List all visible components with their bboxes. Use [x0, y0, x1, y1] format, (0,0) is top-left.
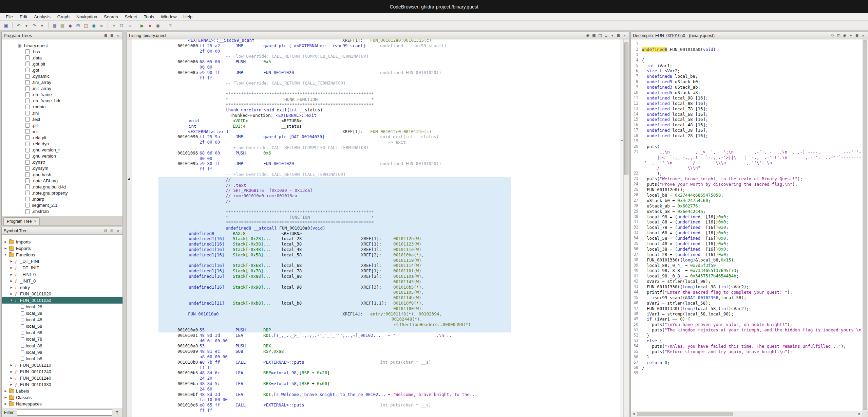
expand-arrow-icon[interactable]: ▶ — [4, 247, 7, 250]
decompile-hscroll-thumb[interactable] — [637, 412, 733, 416]
listing-line[interactable]: ff ff — [127, 407, 615, 413]
listing-line[interactable]: undefined1[16]Stack[-0x48]...local_48XRE… — [127, 247, 615, 252]
tree-item-interp[interactable]: .interp — [2, 196, 122, 202]
tree-item-fun-00101240[interactable]: ▶ƒFUN_00101240 — [2, 368, 122, 375]
decompile-line[interactable]: 39 local_88._0_4_ = 0x7d5f3f59; — [631, 263, 862, 268]
listing-line[interactable]: 00101080ff 25 a2JMPqword ptr [-><EXTERNA… — [127, 43, 615, 48]
listing-line[interactable]: 001010b0e8 7b ffCALL<EXTERNAL>::putsint … — [127, 359, 615, 365]
tree-item-fini-array[interactable]: .fini_array — [2, 79, 122, 86]
tree-item-segment-2-1[interactable]: segment_2.1 — [2, 202, 122, 208]
tree-item-labels[interactable]: ▶Labels — [2, 388, 122, 394]
decompile-line[interactable]: 33 local_68 = (undefined [16])0x0; — [631, 230, 862, 236]
expand-arrow-icon[interactable]: ▶ — [4, 396, 7, 399]
listing-line[interactable]: ****************************************… — [127, 220, 615, 225]
menu-file[interactable]: File — [3, 14, 16, 20]
tree-item-fini-0[interactable]: ▶ƒ_FINI_0 — [2, 271, 122, 277]
decompile-line[interactable]: 9 undefined3 uStack_ab; — [631, 85, 862, 90]
listing-line[interactable]: 0010114b(W) — [127, 295, 615, 300]
listing-vertical-scrollbar[interactable] — [623, 39, 629, 417]
tree-item-note-gnu-build-id[interactable]: .note.gnu.build-id — [2, 184, 122, 190]
margin-menu-icon[interactable]: ≡ — [604, 33, 609, 38]
listing-line[interactable]: 0010108be9 90 ffJMPFUN_00101020undefined… — [127, 70, 615, 75]
decompile-line[interactable]: 41 local_98._0_8_ = 0x34575f7b4654434b; — [631, 273, 862, 279]
analysis-check-icon[interactable]: √ — [111, 22, 117, 29]
tree-item-exports[interactable]: ▶Exports — [2, 245, 122, 252]
listing-line[interactable]: // ram:001010a0-ram:001013ca — [127, 193, 615, 198]
decompile-line[interactable]: 3 — [631, 52, 862, 58]
function-graph-icon[interactable]: ◉ — [90, 22, 97, 29]
decompile-line[interactable]: 44 printf("Enter the sacred flag to comp… — [631, 290, 862, 295]
expand-arrow-icon[interactable]: ▶ — [10, 364, 13, 367]
listing-line[interactable]: -- Flow Override: CALL_RETURN (CALL_TERM… — [127, 80, 615, 86]
collapse-arrow-icon[interactable]: ▼ — [4, 253, 7, 256]
menu-graph[interactable]: Graph — [54, 14, 73, 20]
listing-line[interactable]: undefined8 __stdcall FUN_001010a0(void) — [127, 225, 615, 231]
listing-line[interactable]: 24 20 — [127, 375, 615, 381]
menu-navigation[interactable]: Navigation — [73, 14, 100, 20]
back-icon[interactable]: ↶ — [15, 22, 22, 29]
close-icon[interactable]: × — [115, 33, 120, 38]
copy-icon[interactable]: ◫ — [836, 33, 841, 38]
refresh-icon[interactable]: ↻ — [830, 33, 835, 38]
decompile-line[interactable]: 6 size_t sVar2; — [631, 68, 862, 74]
menu-edit[interactable]: Edit — [17, 14, 30, 20]
decompile-line[interactable]: 50 puts("\nYou have proven your valor, o… — [631, 322, 862, 327]
tree-item-note-gnu-property[interactable]: .note.gnu.property — [2, 190, 122, 196]
decompile-line[interactable]: 36 local_38 = (undefined [16])0x0; — [631, 247, 862, 252]
listing-line[interactable]: 001010b548 8d 6cLEARBP=>local_98,[RSP + … — [127, 370, 615, 375]
listing-line[interactable]: * THUNK FUNCTION * — [127, 96, 615, 102]
undock-icon[interactable]: ⊞ — [109, 33, 114, 38]
expand-arrow-icon[interactable]: ▶ — [4, 402, 7, 405]
decompile-line[interactable]: 49 if (iVar1 == 0) { — [631, 316, 862, 322]
tree-item-local-28[interactable]: local_28 — [2, 304, 122, 310]
tree-item-dt-init[interactable]: ▶ƒ_DT_INIT — [2, 265, 122, 271]
collapse-all-icon[interactable]: ⊟ — [103, 33, 108, 38]
decompile-line[interactable]: 21 ,.\n , _> `, .';\n ,-`'..- .,\n ..,-)… — [631, 149, 862, 155]
tree-item-local-b8[interactable]: local_b8 — [2, 356, 122, 362]
decompile-line[interactable]: 32 local_78 = (undefined [16])0x0; — [631, 225, 862, 230]
menu-select[interactable]: Select — [122, 14, 140, 20]
decompile-line[interactable]: 52 } — [631, 333, 862, 338]
decompile-line[interactable]: 15 undefined local_58 [16]; — [631, 117, 862, 122]
menu-analysis[interactable]: Analysis — [31, 14, 53, 20]
tab-program-tree[interactable]: Program Tree × — [3, 217, 40, 225]
tree-item-rela-plt[interactable]: .rela.plt — [2, 134, 122, 141]
decompile-line[interactable]: 23 puts("Welcome, brave knight, to the r… — [631, 176, 862, 182]
listing-line[interactable]: 2f 00 00 — [127, 48, 615, 54]
decompile-line[interactable]: 56 } — [631, 355, 862, 360]
script-manager-icon[interactable]: ≡ — [98, 22, 105, 29]
decompile-line[interactable]: 38 FUN_00101330((long)&local_b8,0x15); — [631, 257, 862, 263]
snapshot-icon[interactable]: ◉ — [842, 33, 847, 38]
tree-item-dt-fini[interactable]: ▶ƒ_DT_FINI — [2, 258, 122, 265]
tree-item-dynsym[interactable]: .dynsym — [2, 165, 122, 171]
listing-line[interactable]: 001010a055PUSHRBP — [127, 327, 615, 332]
listing-line[interactable]: undefined8RAX:8<RETURN> — [127, 231, 615, 236]
decompile-line[interactable]: 2undefined8 FUN_001010a0(void) — [631, 47, 862, 52]
decompile-line[interactable]: 16 undefined local_48 [16]; — [631, 122, 862, 128]
decompile-line[interactable]: 25 FUN_001012e0(); — [631, 187, 862, 193]
snapshot-icon[interactable]: ◉ — [154, 22, 161, 29]
decompile-line[interactable]: 1 — [631, 41, 862, 47]
listing-line[interactable]: 0010109668 06 00PUSH0x6 — [127, 150, 615, 156]
tree-item-data[interactable]: .data — [2, 55, 122, 61]
menu-help[interactable]: Help — [180, 14, 195, 20]
tree-item-gnu-version-r[interactable]: .gnu.version_r — [2, 147, 122, 153]
decompile-line[interactable]: 26 local_b8 = 0x27444c6855475058; — [631, 193, 862, 198]
listing-line[interactable]: // SHT_PROGBITS [0x10a0 - 0x13ca] — [127, 187, 615, 193]
tree-item-got-plt[interactable]: .got.plt — [2, 61, 122, 67]
cursor-home-icon[interactable]: ◉ — [585, 33, 590, 38]
close-icon[interactable]: × — [861, 33, 866, 38]
filter-input[interactable] — [17, 409, 112, 416]
tree-item-dynamic[interactable]: .dynamic — [2, 73, 122, 79]
tree-item-rodata[interactable]: .rodata — [2, 104, 122, 110]
tree-item-local-48[interactable]: local_48 — [2, 316, 122, 323]
decompile-line[interactable]: 40 local_98._8_8_ = 0x7334655f37695f73; — [631, 268, 862, 273]
listing-line[interactable]: undefined1[16]Stack[-0x98]...local_98XRE… — [127, 284, 615, 290]
tree-item-classes[interactable]: ▶Classes — [2, 394, 122, 401]
tree-item-binary-quest[interactable]: ▣binary.quest — [2, 42, 122, 49]
listing-line[interactable]: undefined1[16]Stack[-0x58]...local_58XRE… — [127, 252, 615, 257]
save-icon[interactable]: ▣ — [3, 22, 10, 29]
tab-close-icon[interactable]: × — [34, 219, 36, 224]
listing-line[interactable]: ff ff — [127, 75, 615, 80]
listing-line[interactable]: 00101105(W), — [127, 289, 615, 295]
